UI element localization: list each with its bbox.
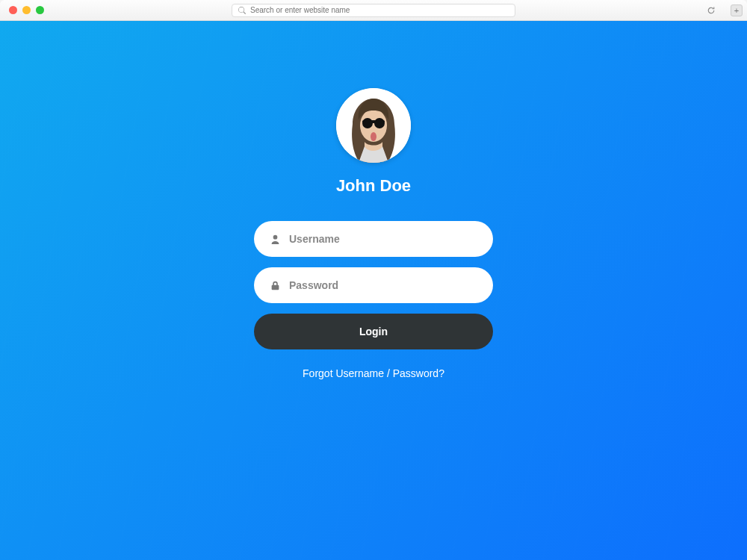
address-bar[interactable] — [232, 4, 515, 17]
minimize-window-button[interactable] — [22, 6, 31, 14]
window-controls — [9, 6, 44, 14]
close-window-button[interactable] — [9, 6, 17, 14]
avatar — [336, 88, 411, 163]
maximize-window-button[interactable] — [36, 6, 44, 14]
avatar-image — [336, 88, 411, 163]
reload-icon — [707, 6, 716, 15]
svg-point-4 — [374, 118, 385, 128]
username-input[interactable] — [289, 233, 477, 245]
user-name: John Doe — [336, 176, 411, 196]
login-form: Login — [254, 221, 493, 349]
address-input[interactable] — [250, 6, 509, 14]
page-body: John Doe Login Forgot Username / Passwor… — [0, 21, 747, 560]
login-button[interactable]: Login — [254, 314, 493, 349]
browser-titlebar: + — [0, 0, 747, 21]
search-icon — [238, 7, 246, 14]
user-icon — [270, 234, 280, 244]
password-field-wrapper[interactable] — [254, 267, 493, 303]
forgot-link[interactable]: Forgot Username / Password? — [303, 367, 444, 379]
password-input[interactable] — [289, 279, 477, 291]
username-field-wrapper[interactable] — [254, 221, 493, 257]
svg-point-3 — [362, 118, 373, 128]
lock-icon — [270, 281, 280, 290]
new-tab-button[interactable]: + — [731, 4, 743, 16]
reload-button[interactable] — [705, 4, 717, 16]
svg-point-5 — [371, 132, 376, 141]
